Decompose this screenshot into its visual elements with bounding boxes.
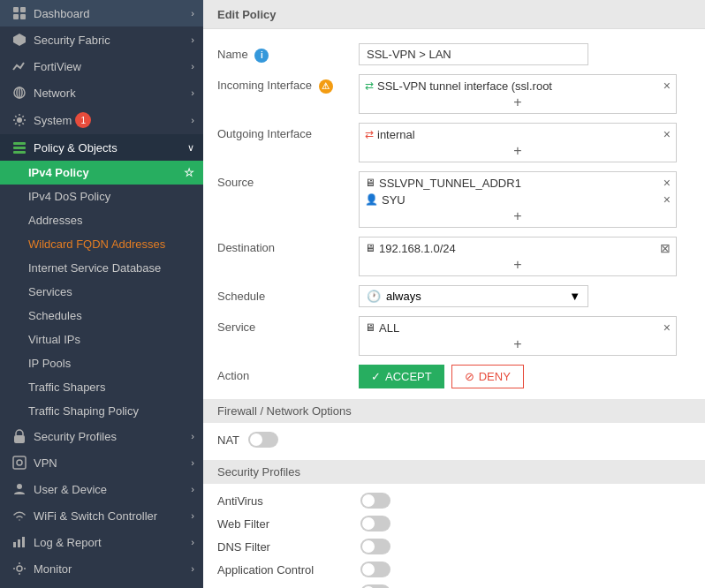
chevron-right-icon: › bbox=[191, 431, 194, 441]
outgoing-label: Outgoing Interface bbox=[217, 123, 359, 140]
deny-button[interactable]: ⊘ DENY bbox=[451, 365, 524, 388]
nat-toggle[interactable] bbox=[248, 432, 278, 448]
incoming-remove[interactable]: × bbox=[663, 79, 671, 93]
outgoing-tagbox[interactable]: ⇄ internal × + bbox=[359, 123, 677, 162]
chevron-right-icon: › bbox=[191, 457, 194, 468]
page-title: Edit Policy bbox=[217, 8, 276, 21]
nat-row: NAT bbox=[217, 432, 691, 448]
form-row-name: Name i bbox=[217, 43, 691, 65]
sidebar-item-label: VPN bbox=[34, 456, 57, 470]
incoming-tagbox[interactable]: ⇄ SSL-VPN tunnel interface (ssl.root × + bbox=[359, 74, 677, 114]
service-add-btn[interactable]: + bbox=[365, 337, 671, 351]
sidebar-subitem-wildcard-fqdn[interactable]: Wildcard FQDN Addresses bbox=[0, 232, 203, 256]
sidebar-item-wifi-switch[interactable]: WiFi & Switch Controller › bbox=[0, 502, 203, 529]
schedule-icon: 🕐 bbox=[367, 290, 381, 303]
source-remove-2[interactable]: × bbox=[663, 192, 671, 207]
security-profiles-header: Security Profiles bbox=[203, 460, 705, 484]
outgoing-add-btn[interactable]: + bbox=[365, 144, 671, 158]
sidebar-item-security-profiles[interactable]: Security Profiles › bbox=[0, 423, 203, 449]
name-input[interactable] bbox=[359, 43, 588, 65]
webfilter-toggle[interactable] bbox=[360, 516, 390, 531]
sidebar-item-dashboard[interactable]: Dashboard › bbox=[0, 0, 203, 26]
sidebar-item-fortiview[interactable]: FortiView › bbox=[0, 53, 203, 79]
source-remove-1[interactable]: × bbox=[663, 176, 671, 190]
svg-rect-2 bbox=[13, 14, 19, 19]
sidebar-subitem-addresses[interactable]: Addresses bbox=[0, 208, 203, 232]
antivirus-toggle[interactable] bbox=[360, 493, 390, 509]
appcontrol-toggle[interactable] bbox=[360, 562, 390, 577]
sidebar-item-network[interactable]: Network › bbox=[0, 79, 203, 106]
sidebar-item-monitor[interactable]: Monitor › bbox=[0, 555, 203, 582]
content-area: Name i Incoming Interface ⚠ ⇄ SSL-VPN tu… bbox=[203, 29, 705, 588]
destination-field: 🖥 192.168.1.0/24 ⊠ + bbox=[359, 237, 691, 276]
svg-rect-18 bbox=[22, 537, 25, 547]
service-field: 🖥 ALL × + bbox=[359, 316, 691, 356]
form-row-destination: Destination 🖥 192.168.1.0/24 ⊠ + bbox=[217, 237, 691, 276]
dnsfilter-toggle[interactable] bbox=[360, 539, 390, 554]
subitem-label: Internet Service Database bbox=[28, 261, 161, 275]
form-row-source: Source 🖥 SSLVPN_TUNNEL_ADDR1 × 👤 SYU × + bbox=[217, 171, 691, 228]
sidebar-subitem-schedules[interactable]: Schedules bbox=[0, 304, 203, 328]
schedule-field: 🕐 always ▼ bbox=[359, 285, 691, 307]
subitem-label: Services bbox=[28, 285, 72, 298]
schedule-select[interactable]: 🕐 always ▼ bbox=[359, 285, 588, 307]
ips-toggle[interactable] bbox=[360, 584, 390, 588]
sidebar-subitem-ip-pools[interactable]: IP Pools bbox=[0, 351, 203, 375]
svg-rect-0 bbox=[13, 7, 19, 12]
chevron-right-icon: › bbox=[191, 115, 194, 125]
source-add-btn[interactable]: + bbox=[365, 209, 671, 223]
source-tagbox[interactable]: 🖥 SSLVPN_TUNNEL_ADDR1 × 👤 SYU × + bbox=[359, 171, 677, 228]
service-tagbox[interactable]: 🖥 ALL × + bbox=[359, 316, 677, 356]
source-tag-2: 👤 SYU × bbox=[365, 192, 671, 207]
sidebar-item-label: Security Profiles bbox=[34, 430, 117, 443]
sidebar-item-policy-objects[interactable]: Policy & Objects ∨ bbox=[0, 134, 203, 161]
action-label: Action bbox=[217, 365, 359, 382]
sidebar-subitem-traffic-shapers[interactable]: Traffic Shapers bbox=[0, 375, 203, 399]
sidebar-subitem-ipv4-policy[interactable]: IPv4 Policy ☆ bbox=[0, 161, 203, 185]
svg-rect-10 bbox=[13, 147, 26, 149]
sidebar-subitem-virtual-ips[interactable]: Virtual IPs bbox=[0, 328, 203, 351]
sidebar-item-vpn[interactable]: VPN › bbox=[0, 449, 203, 476]
chevron-right-icon: › bbox=[191, 563, 194, 574]
sidebar-item-label: Monitor bbox=[34, 562, 72, 576]
sidebar-subitem-services[interactable]: Services bbox=[0, 280, 203, 304]
sidebar-item-label: Network bbox=[34, 87, 76, 100]
destination-add-btn[interactable]: + bbox=[365, 258, 671, 272]
sidebar-item-security-fabric[interactable]: Security Fabric › bbox=[0, 26, 203, 53]
source-tag-1: 🖥 SSLVPN_TUNNEL_ADDR1 × bbox=[365, 176, 671, 190]
svg-rect-13 bbox=[13, 456, 26, 469]
svg-rect-9 bbox=[13, 142, 26, 145]
sp-row-appcontrol: Application Control bbox=[217, 562, 691, 577]
form-row-schedule: Schedule 🕐 always ▼ bbox=[217, 285, 691, 307]
svg-rect-16 bbox=[13, 542, 16, 547]
sidebar-item-label: Log & Report bbox=[34, 536, 102, 549]
form-row-outgoing: Outgoing Interface ⇄ internal × + bbox=[217, 123, 691, 162]
sp-row-ips: IPS bbox=[217, 584, 691, 588]
accept-button[interactable]: ✓ ACCEPT bbox=[359, 365, 444, 388]
subitem-label: IP Pools bbox=[28, 357, 71, 370]
system-icon bbox=[11, 113, 28, 127]
sidebar-item-system[interactable]: System 1 › bbox=[0, 106, 203, 134]
sidebar-item-user-device[interactable]: User & Device › bbox=[0, 476, 203, 502]
svg-rect-12 bbox=[14, 435, 25, 443]
subitem-label: Virtual IPs bbox=[28, 333, 80, 346]
destination-tagbox[interactable]: 🖥 192.168.1.0/24 ⊠ + bbox=[359, 237, 677, 276]
sidebar-item-log-report[interactable]: Log & Report › bbox=[0, 529, 203, 555]
service-remove[interactable]: × bbox=[663, 320, 671, 335]
sidebar-subitem-ipv4-dos[interactable]: IPv4 DoS Policy bbox=[0, 185, 203, 208]
destination-remove[interactable]: ⊠ bbox=[660, 241, 671, 255]
action-buttons: ✓ ACCEPT ⊘ DENY bbox=[359, 365, 691, 388]
name-field bbox=[359, 43, 691, 65]
incoming-add-btn[interactable]: + bbox=[365, 95, 671, 109]
chevron-right-icon: › bbox=[191, 34, 194, 45]
info-icon: i bbox=[254, 49, 269, 63]
subnet-icon: 🖥 bbox=[365, 242, 375, 254]
star-icon[interactable]: ☆ bbox=[184, 166, 194, 179]
sidebar-subitem-internet-service[interactable]: Internet Service Database bbox=[0, 256, 203, 280]
appcontrol-label: Application Control bbox=[217, 563, 350, 577]
outgoing-remove[interactable]: × bbox=[663, 127, 671, 141]
chevron-right-icon: › bbox=[191, 537, 194, 547]
service-icon: 🖥 bbox=[365, 321, 375, 334]
sidebar-subitem-traffic-shaping-policy[interactable]: Traffic Shaping Policy bbox=[0, 399, 203, 423]
firewall-section-header: Firewall / Network Options bbox=[203, 399, 705, 423]
